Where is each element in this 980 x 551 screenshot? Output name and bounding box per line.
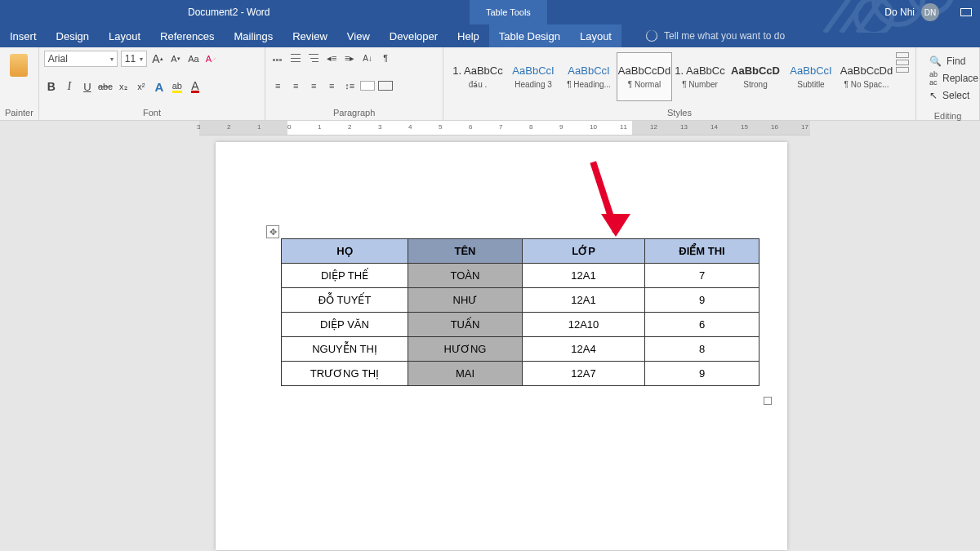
multilevel-icon[interactable]	[306, 51, 321, 65]
menu-view[interactable]: View	[337, 24, 380, 47]
show-marks-icon[interactable]: ¶	[378, 51, 393, 65]
bold-button[interactable]: B	[44, 79, 59, 94]
search-icon: 🔍	[929, 56, 942, 67]
document-title: Document2 - Word	[188, 7, 270, 18]
table-row[interactable]: TRƯƠNG THỊMAI12A79	[282, 362, 760, 386]
styles-more-icon[interactable]	[896, 52, 909, 73]
replace-icon: abac	[929, 70, 938, 87]
menu-review[interactable]: Review	[283, 24, 337, 47]
tell-me[interactable]: Tell me what you want to do	[646, 30, 785, 42]
table-row[interactable]: DIỆP VĂNTUẤN12A106	[282, 313, 760, 337]
style-strong[interactable]: AaBbCcDStrong	[728, 52, 783, 101]
strikethrough-button[interactable]: abc	[98, 79, 113, 94]
group-paragraph: ◂≡ ≡▸ A↓ ¶ ≡ ≡ ≡ ≡ ↕≡ Paragraph	[265, 47, 443, 120]
user-area[interactable]: Do Nhi DN	[884, 3, 939, 21]
menu-help[interactable]: Help	[448, 24, 489, 47]
group-font: Arial▾ 11▾ A▴ A▾ Aa A⟋ B I U abc x₂ x² A…	[39, 47, 265, 120]
menu-insert[interactable]: Insert	[0, 24, 47, 47]
borders-icon[interactable]	[378, 81, 393, 91]
replace-button[interactable]: abacReplace	[929, 70, 966, 87]
line-spacing-icon[interactable]: ↕≡	[342, 78, 357, 93]
menu-table-layout[interactable]: Layout	[570, 24, 621, 47]
menu-layout[interactable]: Layout	[99, 24, 150, 47]
style-u[interactable]: 1. AaBbCcđầu .	[450, 52, 506, 101]
style-number[interactable]: 1. AaBbCc¶ Number	[672, 52, 728, 101]
bullets-icon[interactable]	[270, 51, 285, 65]
ribbon-display-icon[interactable]	[960, 8, 972, 16]
text-effects-icon[interactable]: A	[152, 79, 167, 94]
subscript-button[interactable]: x₂	[116, 79, 131, 94]
highlight-button[interactable]: ab	[170, 79, 185, 94]
menu-developer[interactable]: Developer	[380, 24, 448, 47]
group-editing: 🔍Find abacReplace ↖Select Editing	[916, 47, 980, 120]
shrink-font-icon[interactable]: A▾	[168, 51, 183, 66]
menu-table-design[interactable]: Table Design	[489, 24, 570, 47]
group-styles: 1. AaBbCcđầu .AaBbCcIHeading 3AaBbCcI¶ H…	[443, 47, 916, 120]
cursor-icon: ↖	[929, 90, 938, 101]
change-case-icon[interactable]: Aa	[186, 51, 201, 66]
align-center-icon[interactable]: ≡	[288, 78, 303, 93]
justify-icon[interactable]: ≡	[324, 78, 339, 93]
align-left-icon[interactable]: ≡	[270, 78, 285, 93]
style-heading[interactable]: AaBbCcI¶ Heading...	[561, 52, 617, 101]
shading-icon[interactable]	[360, 81, 375, 91]
grow-font-icon[interactable]: A▴	[150, 51, 165, 66]
decrease-indent-icon[interactable]: ◂≡	[324, 51, 339, 65]
menu-references[interactable]: References	[150, 24, 224, 47]
horizontal-ruler[interactable]: 32101234567891011121314151617	[199, 121, 810, 136]
sort-icon[interactable]: A↓	[360, 51, 375, 65]
align-right-icon[interactable]: ≡	[306, 78, 321, 93]
table-header-row: HỌ TÊN LỚP ĐIỂM THI	[282, 239, 760, 264]
select-button[interactable]: ↖Select	[929, 90, 966, 101]
col-ten[interactable]: TÊN	[408, 239, 523, 264]
lightbulb-icon	[646, 30, 657, 42]
table-row[interactable]: ĐỖ TUYẾTNHƯ12A19	[282, 288, 760, 313]
annotation-arrow	[612, 158, 619, 232]
document-area: HỌ TÊN LỚP ĐIỂM THI DIỆP THẾTOÀN12A17ĐỖ …	[0, 136, 980, 551]
style-subtitle[interactable]: AaBbCcISubtitle	[783, 52, 839, 101]
table-tools-tab[interactable]: Table Tools	[470, 0, 547, 24]
italic-button[interactable]: I	[62, 79, 77, 94]
data-table[interactable]: HỌ TÊN LỚP ĐIỂM THI DIỆP THẾTOÀN12A17ĐỖ …	[281, 238, 760, 386]
table-resize-handle[interactable]	[764, 397, 772, 405]
table-row[interactable]: NGUYỄN THỊHƯƠNG12A48	[282, 337, 760, 362]
font-color-button[interactable]: A	[188, 79, 203, 94]
table-row[interactable]: DIỆP THẾTOÀN12A17	[282, 264, 760, 288]
clear-format-icon[interactable]: A⟋	[204, 51, 219, 66]
menu-mailings[interactable]: Mailings	[225, 24, 283, 47]
ribbon: Painter Arial▾ 11▾ A▴ A▾ Aa A⟋ B I U abc…	[0, 47, 980, 121]
numbering-icon[interactable]	[288, 51, 303, 65]
font-name-combo[interactable]: Arial▾	[44, 51, 118, 67]
user-name: Do Nhi	[884, 7, 915, 18]
underline-button[interactable]: U	[80, 79, 95, 94]
style-nospac[interactable]: AaBbCcDd¶ No Spac...	[839, 52, 894, 101]
group-clipboard: Painter	[0, 47, 39, 120]
format-painter-icon[interactable]	[10, 54, 28, 77]
col-ho[interactable]: HỌ	[282, 239, 408, 264]
title-bar: Document2 - Word Table Tools Do Nhi DN	[0, 0, 980, 24]
styles-gallery[interactable]: 1. AaBbCcđầu .AaBbCcIHeading 3AaBbCcI¶ H…	[448, 51, 911, 103]
superscript-button[interactable]: x²	[134, 79, 149, 94]
table-move-handle[interactable]: ✥	[266, 225, 279, 238]
font-size-combo[interactable]: 11▾	[121, 51, 147, 67]
find-button[interactable]: 🔍Find	[929, 56, 966, 67]
style-normal[interactable]: AaBbCcDd¶ Normal	[617, 52, 672, 101]
page[interactable]: HỌ TÊN LỚP ĐIỂM THI DIỆP THẾTOÀN12A17ĐỖ …	[216, 142, 787, 550]
col-diem[interactable]: ĐIỂM THI	[645, 239, 760, 264]
style-heading3[interactable]: AaBbCcIHeading 3	[506, 52, 561, 101]
increase-indent-icon[interactable]: ≡▸	[342, 51, 357, 65]
user-avatar[interactable]: DN	[921, 3, 939, 21]
col-lop[interactable]: LỚP	[523, 239, 645, 264]
menu-design[interactable]: Design	[47, 24, 99, 47]
